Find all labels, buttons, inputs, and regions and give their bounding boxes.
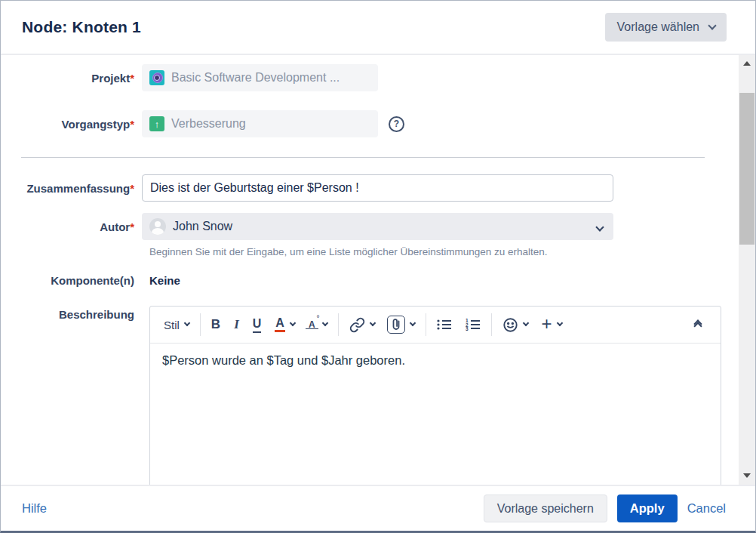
toolbar-divider (426, 313, 426, 336)
scroll-up-button[interactable] (739, 57, 755, 69)
toolbar-divider (200, 313, 201, 336)
apply-button[interactable]: Apply (617, 494, 678, 522)
insert-more-button[interactable]: + (542, 317, 562, 333)
vorgangstyp-row: Vorgangstyp* ↑ Verbesserung ? (1, 110, 739, 137)
projekt-value: Basic Software Development ... (171, 71, 340, 85)
bold-button[interactable]: B (211, 317, 220, 332)
editor-toolbar: Stil B I U A A° (150, 307, 721, 344)
help-link[interactable]: Hilfe (22, 501, 47, 516)
create-node-dialog: Node: Knoten 1 Vorlage wählen Projekt* B… (0, 0, 756, 533)
plus-icon: + (542, 315, 552, 333)
komponenten-value: Keine (149, 274, 180, 287)
chevron-down-icon (184, 320, 190, 326)
dialog-header: Node: Knoten 1 Vorlage wählen (1, 1, 755, 55)
emoji-icon (502, 317, 518, 333)
attachment-icon (387, 316, 405, 334)
chevron-down-icon (290, 320, 296, 326)
template-select-label: Vorlage wählen (617, 20, 699, 34)
description-textarea[interactable]: $Person wurde an $Tag und $Jahr geboren. (150, 344, 721, 485)
triangle-up-icon (743, 61, 751, 66)
cancel-link[interactable]: Cancel (687, 501, 726, 516)
chevron-down-icon (321, 320, 327, 326)
section-divider (21, 157, 705, 158)
chevron-down-icon (369, 320, 375, 326)
dialog-title: Node: Knoten 1 (22, 18, 141, 36)
vorgangstyp-field[interactable]: ↑ Verbesserung (142, 110, 378, 137)
projekt-label: Projekt* (1, 72, 142, 85)
vorgangstyp-label: Vorgangstyp* (1, 118, 142, 131)
help-icon[interactable]: ? (389, 116, 404, 132)
chevron-down-icon (556, 320, 562, 326)
dialog-body: Projekt* Basic Software Development ... … (1, 55, 755, 485)
form-scroll-area: Projekt* Basic Software Development ... … (1, 55, 739, 485)
required-marker: * (130, 118, 134, 131)
emoji-button[interactable] (502, 317, 528, 333)
chevron-down-icon (409, 320, 415, 326)
project-avatar-icon (149, 70, 164, 85)
autor-label: Autor* (1, 220, 142, 233)
bullet-list-icon (437, 319, 452, 331)
triangle-down-icon (743, 473, 751, 478)
attachment-button[interactable] (387, 316, 415, 334)
toolbar-divider (491, 313, 492, 336)
zusammenfassung-row: Zusammenfassung* (1, 174, 739, 202)
autor-select[interactable]: John Snow (142, 213, 613, 240)
beschreibung-label: Beschreibung (1, 297, 142, 321)
bullet-list-button[interactable] (437, 319, 452, 331)
komponenten-label: Komponente(n) (1, 274, 142, 287)
vertical-scrollbar[interactable] (739, 55, 755, 485)
background-color-button[interactable]: A° (307, 318, 327, 332)
description-editor: Stil B I U A A° (149, 306, 721, 485)
required-marker: * (130, 72, 134, 85)
save-template-button[interactable]: Vorlage speichern (484, 494, 607, 522)
italic-button[interactable]: I (234, 317, 239, 332)
chevron-down-icon (595, 223, 604, 231)
link-icon (349, 317, 365, 333)
underline-button[interactable]: U (253, 317, 262, 333)
scroll-down-button[interactable] (739, 469, 755, 482)
autor-hint: Beginnen Sie mit der Eingabe, um eine Li… (149, 246, 739, 257)
numbered-list-icon: 123 (466, 319, 481, 331)
chevron-down-icon (522, 320, 528, 326)
projekt-field[interactable]: Basic Software Development ... (142, 64, 378, 91)
required-marker: * (130, 220, 134, 233)
zusammenfassung-label: Zusammenfassung* (1, 182, 142, 195)
user-avatar-icon (149, 218, 166, 235)
komponenten-row: Komponente(n) Keine (1, 274, 739, 287)
required-marker: * (130, 182, 134, 195)
autor-value: John Snow (173, 220, 232, 233)
scrollbar-thumb[interactable] (739, 93, 754, 245)
chevron-down-icon (708, 21, 716, 29)
text-color-button[interactable]: A (275, 317, 295, 333)
projekt-row: Projekt* Basic Software Development ... (1, 64, 739, 91)
collapse-toolbar-button[interactable] (695, 321, 701, 329)
style-dropdown[interactable]: Stil (164, 319, 189, 331)
svg-text:3: 3 (466, 326, 469, 331)
autor-row: Autor* John Snow (1, 213, 739, 240)
zusammenfassung-input[interactable] (142, 174, 613, 202)
template-select-button[interactable]: Vorlage wählen (605, 13, 727, 42)
numbered-list-button[interactable]: 123 (466, 319, 481, 331)
improvement-type-icon: ↑ (149, 116, 164, 131)
toolbar-divider (338, 313, 339, 336)
link-button[interactable] (349, 317, 375, 333)
dialog-footer: Hilfe Vorlage speichern Apply Cancel (1, 485, 755, 531)
vorgangstyp-value: Verbesserung (171, 117, 246, 131)
description-text: $Person wurde an $Tag und $Jahr geboren. (162, 353, 405, 367)
